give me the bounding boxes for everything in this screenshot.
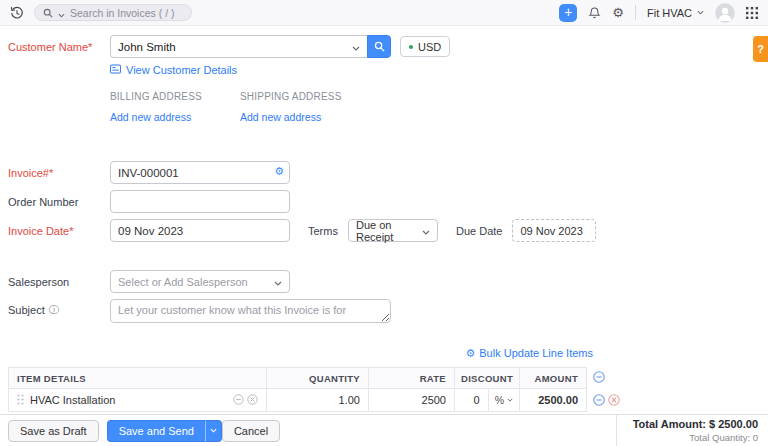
apps-grid-icon[interactable]	[746, 7, 758, 19]
view-customer-details-link[interactable]: View Customer Details	[110, 64, 237, 76]
help-tab[interactable]: ?	[753, 36, 768, 62]
question-icon: ?	[757, 43, 764, 55]
col-discount: DISCOUNT	[454, 368, 519, 388]
quantity-cell[interactable]: 1.00	[266, 389, 368, 411]
rate-cell[interactable]: 2500	[368, 389, 454, 411]
invoice-details-section: Invoice#* ⚙ Order Number Invoice Date* T…	[8, 161, 760, 242]
save-as-draft-button[interactable]: Save as Draft	[8, 420, 99, 442]
discount-value[interactable]: 0	[455, 394, 488, 406]
salesperson-label: Salesperson	[8, 276, 110, 288]
order-number-input[interactable]	[110, 190, 290, 213]
billing-address-heading: BILLING ADDRESS	[110, 91, 240, 102]
chevron-down-icon	[352, 41, 360, 53]
save-and-send-button[interactable]: Save and Send	[107, 420, 205, 442]
customer-row: Customer Name* John Smith USD	[8, 35, 760, 58]
item-minus-circle-icon[interactable]	[233, 394, 244, 407]
bulk-update-label: Bulk Update Line Items	[479, 347, 593, 359]
currency-icon	[409, 45, 413, 49]
row-delete-icon[interactable]	[608, 392, 620, 410]
drag-handle-icon[interactable]	[17, 394, 24, 407]
subject-label: Subject	[8, 304, 45, 316]
shipping-add-address-link[interactable]: Add new address	[240, 111, 321, 123]
invoice-date-row: Invoice Date* Terms Due on Receipt Due D…	[8, 219, 760, 242]
billing-add-address-link[interactable]: Add new address	[110, 111, 191, 123]
search-input[interactable]	[70, 7, 182, 19]
totals-summary: Total Amount: $ 2500.00 Total Quantity: …	[616, 415, 758, 446]
item-clear-circle-icon[interactable]	[247, 394, 258, 407]
customer-name-label: Customer Name*	[8, 41, 110, 53]
terms-value: Due on Receipt	[356, 219, 422, 243]
billing-address-block: BILLING ADDRESS Add new address	[110, 91, 240, 123]
chevron-down-icon	[422, 225, 430, 237]
chevron-down-icon	[274, 276, 282, 288]
discount-cell: 0 %	[454, 389, 519, 411]
discount-unit-select[interactable]: %	[488, 389, 519, 411]
save-and-send-split-button: Save and Send	[107, 420, 222, 442]
invoice-date-input[interactable]	[110, 219, 290, 242]
global-search[interactable]	[34, 4, 192, 21]
due-date-input[interactable]	[512, 219, 596, 242]
org-selector[interactable]: Fit HVAC	[647, 7, 704, 19]
topbar-right: + ⚙ Fit HVAC	[559, 3, 758, 23]
terms-label: Terms	[308, 225, 338, 237]
bulk-update-row: ⚙ Bulk Update Line Items	[8, 347, 593, 359]
invoice-date-label: Invoice Date*	[8, 225, 110, 237]
customer-details-icon	[110, 64, 121, 76]
invoice-number-label: Invoice#*	[8, 167, 110, 179]
table-header-row: ITEM DETAILS QUANTITY RATE DISCOUNT AMOU…	[8, 367, 628, 389]
table-columns-settings-icon[interactable]	[593, 369, 605, 387]
bulk-update-gear-icon: ⚙	[465, 348, 475, 359]
customer-name-value: John Smith	[118, 41, 176, 53]
salesperson-placeholder: Select or Add Salesperson	[118, 276, 248, 288]
subject-label-wrap: Subject ⓘ	[8, 299, 110, 317]
col-item-details: ITEM DETAILS	[9, 368, 266, 388]
invoice-number-input[interactable]	[110, 161, 290, 184]
subject-row: Subject ⓘ	[8, 299, 760, 323]
settings-gear-icon[interactable]: ⚙	[612, 6, 624, 19]
shipping-address-block: SHIPPING ADDRESS Add new address	[240, 91, 370, 123]
order-number-row: Order Number	[8, 190, 760, 213]
total-amount-value: $ 2500.00	[709, 418, 758, 430]
save-and-send-dropdown[interactable]	[205, 420, 222, 442]
salesperson-row: Salesperson Select or Add Salesperson	[8, 270, 760, 293]
subject-textarea[interactable]	[110, 299, 391, 323]
info-icon: ⓘ	[49, 303, 59, 317]
salesperson-select[interactable]: Select or Add Salesperson	[110, 270, 290, 293]
customer-search-button[interactable]	[367, 35, 391, 58]
total-amount-label: Total Amount:	[633, 418, 706, 430]
topbar-divider	[635, 5, 636, 20]
quick-create-button[interactable]: +	[559, 4, 577, 22]
bulk-update-link[interactable]: ⚙ Bulk Update Line Items	[465, 347, 593, 359]
addresses: BILLING ADDRESS Add new address SHIPPING…	[110, 91, 760, 123]
notifications-bell-icon[interactable]	[588, 6, 601, 20]
currency-selector[interactable]: USD	[400, 36, 450, 57]
topbar: + ⚙ Fit HVAC	[0, 0, 768, 26]
item-name: HVAC Installation	[30, 394, 227, 406]
order-number-label: Order Number	[8, 196, 110, 208]
user-avatar[interactable]	[715, 3, 735, 23]
org-name: Fit HVAC	[647, 7, 692, 19]
view-customer-details-label: View Customer Details	[126, 64, 237, 76]
action-bar: Save as Draft Save and Send Cancel Total…	[0, 414, 768, 446]
terms-select[interactable]: Due on Receipt	[348, 219, 438, 242]
history-icon[interactable]	[10, 6, 24, 20]
invoice-number-row: Invoice#* ⚙	[8, 161, 760, 184]
discount-unit: %	[495, 394, 504, 406]
plus-icon: +	[564, 4, 572, 20]
customer-name-select[interactable]: John Smith	[110, 35, 367, 58]
search-icon	[43, 4, 53, 22]
invoice-number-wrap: ⚙	[110, 161, 290, 184]
table-row: HVAC Installation 1.00 2500 0	[8, 389, 628, 412]
line-items-table: ITEM DETAILS QUANTITY RATE DISCOUNT AMOU…	[8, 367, 628, 412]
item-details-cell[interactable]: HVAC Installation	[9, 389, 266, 411]
currency-code: USD	[418, 41, 441, 53]
search-scope-chevron-icon[interactable]	[58, 4, 65, 22]
invoice-number-settings-gear-icon[interactable]: ⚙	[274, 166, 284, 177]
due-date-label: Due Date	[456, 225, 502, 237]
col-amount: AMOUNT	[519, 368, 586, 388]
invoice-form: Customer Name* John Smith USD View Custo…	[0, 26, 768, 412]
row-minus-circle-icon[interactable]	[593, 392, 605, 410]
cancel-button[interactable]: Cancel	[222, 420, 280, 442]
shipping-address-heading: SHIPPING ADDRESS	[240, 91, 370, 102]
amount-cell: 2500.00	[519, 389, 586, 411]
